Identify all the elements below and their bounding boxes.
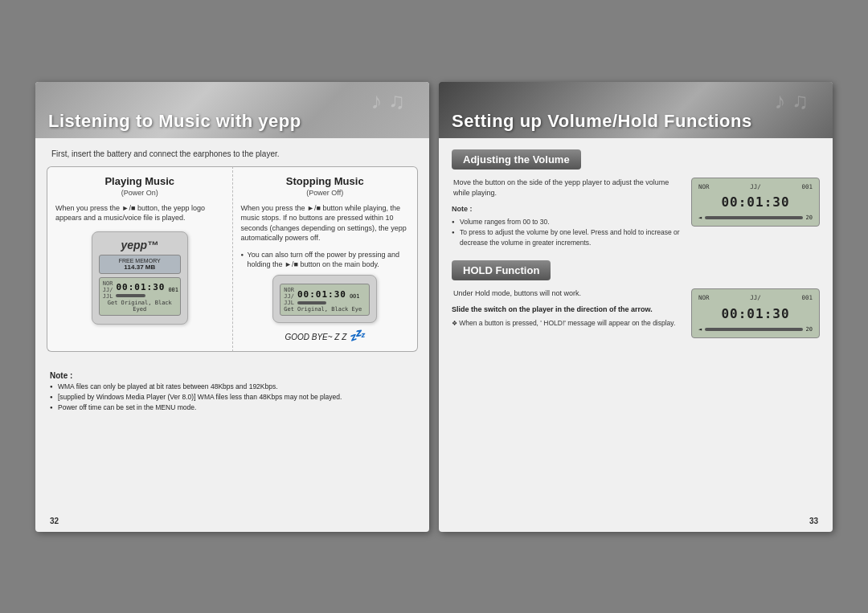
note-bullet-1: WMA files can only be played at bit rate… <box>50 382 415 392</box>
vol-display-track: 001 <box>801 182 813 191</box>
display-inner-playing: NORJJ/JJL 00:01:30 001 <box>103 280 177 300</box>
vol-display-jj: JJ/ <box>750 182 761 191</box>
hold-bar <box>705 328 802 331</box>
goodbye-label: GOOD BYE~ Z Z <box>285 333 346 341</box>
hold-display-time: 00:01:30 <box>698 304 813 324</box>
stopping-bar <box>297 301 327 304</box>
playing-song-label: Get Original, Black Eyed <box>103 300 177 313</box>
hold-display-header: NOR JJ/ 001 <box>698 293 813 302</box>
left-page: ♪ ♫ Listening to Music with yepp First, … <box>35 82 429 532</box>
stop-display-labels: NORJJ/JJL <box>284 287 294 306</box>
left-page-header: ♪ ♫ Listening to Music with yepp <box>35 82 429 138</box>
hold-display-jj: JJ/ <box>750 293 761 302</box>
left-title-text: Listening to Music with yepp <box>48 111 301 131</box>
right-title-text: Setting up Volume/Hold Functions <box>452 111 752 131</box>
stop-device: NORJJ/JJL 00:01:30 001 Get Original, Bla… <box>272 275 377 323</box>
display-inner-stopping: NORJJ/JJL 00:01:30 001 <box>284 287 366 306</box>
vol-note-bullet-2: To press to adjust the volume by one lev… <box>452 227 820 248</box>
hold-bar-label-right: 20 <box>806 325 813 334</box>
playing-subtitle: (Power On) <box>55 189 224 197</box>
right-page-header: ♪ ♫ Setting up Volume/Hold Functions <box>439 82 833 138</box>
goodbye-text: GOOD BYE~ Z Z 💤 <box>241 328 410 343</box>
note-section-left: Note : WMA files can only be played at b… <box>35 362 429 420</box>
playing-text: When you press the ►/■ button, the yepp … <box>55 203 224 223</box>
display-box-playing: NORJJ/JJL 00:01:30 001 Get Original, Bla… <box>99 277 181 316</box>
hold-display: NOR JJ/ 001 00:01:30 ◄ 20 <box>691 288 820 338</box>
volume-heading: Adjusting the Volume <box>452 149 581 170</box>
note-bullet-3: Power off time can be set in the MENU mo… <box>50 403 415 413</box>
stop-track: 001 <box>350 293 360 300</box>
right-page: ♪ ♫ Setting up Volume/Hold Functions Adj… <box>439 82 833 532</box>
stopping-title: Stopping Music <box>241 175 410 187</box>
volume-content: NOR JJ/ 001 00:01:30 ◄ 20 Move the butto… <box>439 178 833 248</box>
left-intro: First, insert the battery and connect th… <box>35 149 429 166</box>
yepp-device-playing: yepp™ FREE MEMORY 114.37 MB NORJJ/JJL 00… <box>92 231 188 325</box>
hold-bar-label-left: ◄ <box>698 325 702 334</box>
playing-music-box: Playing Music (Power On) When you press … <box>47 166 233 353</box>
stopping-subtitle: (Power Off) <box>241 189 410 197</box>
hold-heading: HOLD Function <box>452 260 551 280</box>
stop-time-wrapper: 00:01:30 <box>297 289 346 304</box>
playing-bar <box>116 294 145 297</box>
stopping-music-box: Stopping Music (Power Off) When you pres… <box>233 166 419 353</box>
hold-display-track: 001 <box>801 293 813 302</box>
display-label-nor: NORJJ/JJL <box>103 280 113 300</box>
hold-bar-row: ◄ 20 <box>698 325 813 334</box>
stopping-text: When you press the ►/■ button while play… <box>241 203 410 243</box>
volume-section: Adjusting the Volume NOR JJ/ 001 00:01:3… <box>439 149 833 248</box>
note-label-left: Note : <box>50 371 72 380</box>
free-memory-value: 114.37 MB <box>103 264 177 271</box>
playing-title: Playing Music <box>55 175 224 187</box>
display-time-playing: 00:01:30 <box>116 282 165 297</box>
left-page-title: Listening to Music with yepp <box>48 111 301 132</box>
stopping-time: 00:01:30 <box>297 289 346 300</box>
stopping-bullet: You can also turn off the power by press… <box>241 250 410 270</box>
left-page-number: 32 <box>50 517 59 525</box>
hold-content: NOR JJ/ 001 00:01:30 ◄ 20 Under Hold mod… <box>439 288 833 345</box>
playing-time: 00:01:30 <box>116 282 165 292</box>
note-bullet-2: [supplied by Windows Media Player (Ver 8… <box>50 392 415 403</box>
right-page-title: Setting up Volume/Hold Functions <box>452 111 752 132</box>
pages-wrapper: ♪ ♫ Listening to Music with yepp First, … <box>35 82 833 532</box>
hold-section: HOLD Function NOR JJ/ 001 00:01:30 ◄ <box>439 260 833 345</box>
display-track-playing: 001 <box>168 287 178 293</box>
hold-display-nor: NOR <box>698 293 710 302</box>
right-page-number: 33 <box>809 517 818 525</box>
main-container: ♪ ♫ Listening to Music with yepp First, … <box>0 0 868 613</box>
stopping-song-label: Get Original, Black Eye <box>284 306 366 313</box>
volume-display-header: NOR JJ/ 001 <box>698 182 813 191</box>
free-memory-label: FREE MEMORY <box>103 258 177 264</box>
yepp-logo: yepp™ <box>99 239 181 251</box>
yepp-screen-playing: FREE MEMORY 114.37 MB <box>99 255 181 274</box>
display-box-stopping: NORJJ/JJL 00:01:30 001 Get Original, Bla… <box>280 284 370 316</box>
volume-display-time: 00:01:30 <box>698 193 813 212</box>
vol-display-nor: NOR <box>698 182 710 191</box>
music-boxes-container: Playing Music (Power On) When you press … <box>35 166 429 353</box>
vol-note-bullet-1: Volume ranges from 00 to 30. <box>452 217 820 227</box>
